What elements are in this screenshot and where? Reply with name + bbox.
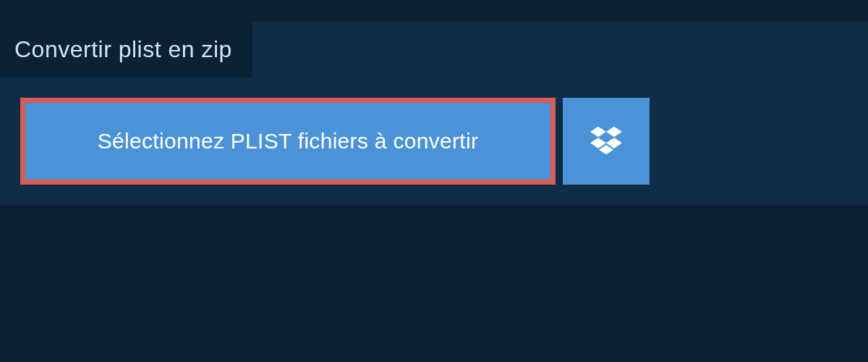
action-row: Sélectionnez PLIST fichiers à convertir: [20, 98, 650, 185]
select-files-label: Sélectionnez PLIST fichiers à convertir: [98, 129, 478, 153]
dropbox-icon: [590, 124, 622, 159]
select-files-button[interactable]: Sélectionnez PLIST fichiers à convertir: [20, 98, 556, 185]
tab-convert[interactable]: Convertir plist en zip: [0, 22, 252, 77]
tab-label: Convertir plist en zip: [14, 36, 232, 62]
dropbox-button[interactable]: [563, 98, 650, 185]
converter-panel: Convertir plist en zip Sélectionnez PLIS…: [0, 22, 868, 205]
